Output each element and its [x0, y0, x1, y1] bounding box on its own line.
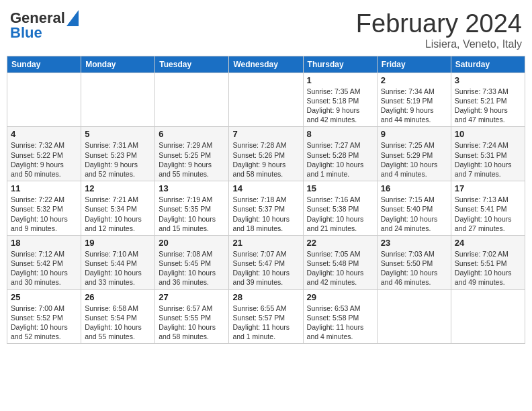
day-number: 6 — [159, 129, 225, 139]
day-info: Sunrise: 7:02 AMSunset: 5:51 PMDaylight:… — [455, 249, 521, 287]
day-number: 28 — [232, 292, 299, 302]
day-info: Sunrise: 7:35 AMSunset: 5:18 PMDaylight:… — [307, 87, 373, 125]
col-header-monday: Monday — [81, 56, 155, 73]
day-number: 1 — [307, 75, 373, 85]
day-info: Sunrise: 7:16 AMSunset: 5:38 PMDaylight:… — [307, 195, 373, 233]
day-info: Sunrise: 7:34 AMSunset: 5:19 PMDaylight:… — [381, 87, 447, 125]
day-number: 12 — [85, 183, 151, 193]
day-cell: 26Sunrise: 6:58 AMSunset: 5:54 PMDayligh… — [81, 289, 155, 344]
week-row-5: 25Sunrise: 7:00 AMSunset: 5:52 PMDayligh… — [7, 289, 525, 344]
day-cell: 1Sunrise: 7:35 AMSunset: 5:18 PMDaylight… — [303, 73, 377, 127]
logo: General Blue — [10, 10, 79, 41]
day-number: 18 — [11, 238, 77, 248]
week-row-4: 18Sunrise: 7:12 AMSunset: 5:42 PMDayligh… — [7, 235, 525, 289]
day-info: Sunrise: 7:19 AMSunset: 5:35 PMDaylight:… — [159, 195, 225, 233]
day-info: Sunrise: 7:33 AMSunset: 5:21 PMDaylight:… — [455, 87, 521, 125]
day-info: Sunrise: 6:57 AMSunset: 5:55 PMDaylight:… — [159, 304, 225, 342]
day-cell — [377, 289, 451, 344]
day-cell: 10Sunrise: 7:24 AMSunset: 5:31 PMDayligh… — [451, 127, 525, 181]
day-info: Sunrise: 7:25 AMSunset: 5:29 PMDaylight:… — [381, 140, 447, 179]
col-header-wednesday: Wednesday — [229, 56, 303, 73]
day-info: Sunrise: 7:15 AMSunset: 5:40 PMDaylight:… — [381, 195, 447, 233]
day-info: Sunrise: 6:53 AMSunset: 5:58 PMDaylight:… — [307, 304, 373, 342]
day-cell: 18Sunrise: 7:12 AMSunset: 5:42 PMDayligh… — [7, 235, 81, 289]
day-cell: 22Sunrise: 7:05 AMSunset: 5:48 PMDayligh… — [303, 235, 377, 289]
day-number: 4 — [11, 129, 77, 139]
day-cell: 8Sunrise: 7:27 AMSunset: 5:28 PMDaylight… — [303, 127, 377, 181]
day-cell: 21Sunrise: 7:07 AMSunset: 5:47 PMDayligh… — [229, 235, 303, 289]
day-cell: 11Sunrise: 7:22 AMSunset: 5:32 PMDayligh… — [7, 181, 81, 236]
day-number: 26 — [85, 292, 151, 302]
day-number: 3 — [455, 75, 521, 85]
day-info: Sunrise: 7:10 AMSunset: 5:44 PMDaylight:… — [85, 249, 151, 287]
day-cell — [229, 73, 303, 127]
day-number: 23 — [381, 238, 447, 248]
day-number: 8 — [307, 129, 373, 139]
day-info: Sunrise: 7:12 AMSunset: 5:42 PMDaylight:… — [11, 249, 77, 287]
day-cell — [7, 73, 81, 127]
day-info: Sunrise: 7:29 AMSunset: 5:25 PMDaylight:… — [159, 140, 225, 179]
day-number: 29 — [307, 292, 373, 302]
day-cell: 6Sunrise: 7:29 AMSunset: 5:25 PMDaylight… — [155, 127, 229, 181]
week-row-2: 4Sunrise: 7:32 AMSunset: 5:22 PMDaylight… — [7, 127, 525, 181]
col-header-tuesday: Tuesday — [155, 56, 229, 73]
title-block: February 2024 Lisiera, Veneto, Italy — [356, 10, 522, 50]
day-number: 20 — [159, 238, 225, 248]
day-number: 21 — [232, 238, 299, 248]
day-cell: 15Sunrise: 7:16 AMSunset: 5:38 PMDayligh… — [303, 181, 377, 236]
day-cell: 5Sunrise: 7:31 AMSunset: 5:23 PMDaylight… — [81, 127, 155, 181]
day-info: Sunrise: 7:32 AMSunset: 5:22 PMDaylight:… — [11, 140, 77, 179]
day-cell: 16Sunrise: 7:15 AMSunset: 5:40 PMDayligh… — [377, 181, 451, 236]
day-info: Sunrise: 7:13 AMSunset: 5:41 PMDaylight:… — [455, 195, 521, 233]
day-number: 10 — [455, 129, 521, 139]
day-cell: 29Sunrise: 6:53 AMSunset: 5:58 PMDayligh… — [303, 289, 377, 344]
day-info: Sunrise: 7:24 AMSunset: 5:31 PMDaylight:… — [455, 140, 521, 179]
day-number: 9 — [381, 129, 447, 139]
week-row-3: 11Sunrise: 7:22 AMSunset: 5:32 PMDayligh… — [7, 181, 525, 236]
day-cell: 19Sunrise: 7:10 AMSunset: 5:44 PMDayligh… — [81, 235, 155, 289]
day-number: 2 — [381, 75, 447, 85]
page-header: General Blue February 2024 Lisiera, Vene… — [7, 7, 525, 50]
day-cell: 7Sunrise: 7:28 AMSunset: 5:26 PMDaylight… — [229, 127, 303, 181]
col-header-thursday: Thursday — [303, 56, 377, 73]
day-info: Sunrise: 7:21 AMSunset: 5:34 PMDaylight:… — [85, 195, 151, 233]
day-number: 17 — [455, 183, 521, 193]
col-header-sunday: Sunday — [7, 56, 81, 73]
day-number: 25 — [11, 292, 77, 302]
day-cell — [81, 73, 155, 127]
day-number: 27 — [159, 292, 225, 302]
day-info: Sunrise: 6:55 AMSunset: 5:57 PMDaylight:… — [232, 304, 299, 342]
day-cell — [155, 73, 229, 127]
day-cell: 2Sunrise: 7:34 AMSunset: 5:19 PMDaylight… — [377, 73, 451, 127]
svg-marker-0 — [66, 10, 79, 26]
month-title: February 2024 — [356, 10, 522, 38]
day-cell: 17Sunrise: 7:13 AMSunset: 5:41 PMDayligh… — [451, 181, 525, 236]
day-info: Sunrise: 7:22 AMSunset: 5:32 PMDaylight:… — [11, 195, 77, 233]
day-number: 13 — [159, 183, 225, 193]
calendar-table: SundayMondayTuesdayWednesdayThursdayFrid… — [7, 56, 525, 344]
day-number: 14 — [232, 183, 299, 193]
day-number: 5 — [85, 129, 151, 139]
day-cell: 3Sunrise: 7:33 AMSunset: 5:21 PMDaylight… — [451, 73, 525, 127]
calendar-header-row: SundayMondayTuesdayWednesdayThursdayFrid… — [7, 56, 525, 73]
day-info: Sunrise: 7:27 AMSunset: 5:28 PMDaylight:… — [307, 140, 373, 179]
day-cell: 20Sunrise: 7:08 AMSunset: 5:45 PMDayligh… — [155, 235, 229, 289]
day-cell: 25Sunrise: 7:00 AMSunset: 5:52 PMDayligh… — [7, 289, 81, 344]
day-number: 7 — [232, 129, 299, 139]
day-info: Sunrise: 7:03 AMSunset: 5:50 PMDaylight:… — [381, 249, 447, 287]
day-cell: 12Sunrise: 7:21 AMSunset: 5:34 PMDayligh… — [81, 181, 155, 236]
day-cell: 23Sunrise: 7:03 AMSunset: 5:50 PMDayligh… — [377, 235, 451, 289]
day-number: 19 — [85, 238, 151, 248]
day-cell: 14Sunrise: 7:18 AMSunset: 5:37 PMDayligh… — [229, 181, 303, 236]
day-number: 15 — [307, 183, 373, 193]
col-header-friday: Friday — [377, 56, 451, 73]
day-cell: 13Sunrise: 7:19 AMSunset: 5:35 PMDayligh… — [155, 181, 229, 236]
day-info: Sunrise: 7:07 AMSunset: 5:47 PMDaylight:… — [232, 249, 299, 287]
location-subtitle: Lisiera, Veneto, Italy — [356, 38, 522, 50]
logo-triangle-icon — [66, 10, 79, 26]
day-info: Sunrise: 7:31 AMSunset: 5:23 PMDaylight:… — [85, 140, 151, 179]
week-row-1: 1Sunrise: 7:35 AMSunset: 5:18 PMDaylight… — [7, 73, 525, 127]
day-info: Sunrise: 7:00 AMSunset: 5:52 PMDaylight:… — [11, 304, 77, 342]
day-cell: 4Sunrise: 7:32 AMSunset: 5:22 PMDaylight… — [7, 127, 81, 181]
col-header-saturday: Saturday — [451, 56, 525, 73]
